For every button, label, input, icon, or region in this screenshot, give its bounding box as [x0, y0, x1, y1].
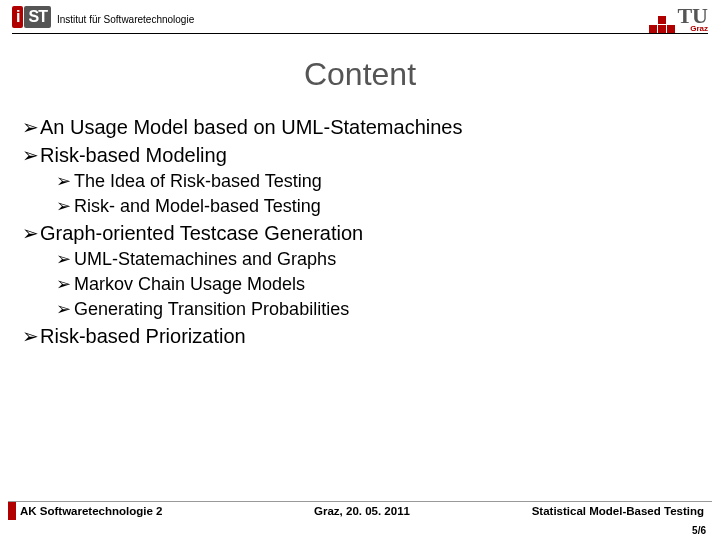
header-left: i ST Institut für Softwaretechnologie: [12, 6, 194, 28]
slide-content: ➢An Usage Model based on UML-Statemachin…: [0, 115, 720, 348]
ist-logo-i: i: [12, 6, 23, 28]
arrow-bullet-icon: ➢: [56, 298, 74, 320]
sub-bullet-item: ➢The Idea of Risk-based Testing: [56, 170, 698, 192]
bullet-text: The Idea of Risk-based Testing: [74, 171, 322, 191]
arrow-bullet-icon: ➢: [56, 195, 74, 217]
sub-bullet-item: ➢Risk- and Model-based Testing: [56, 195, 698, 217]
arrow-bullet-icon: ➢: [22, 115, 40, 139]
bullet-text: Generating Transition Probabilities: [74, 299, 349, 319]
header-rule: [12, 33, 708, 34]
ist-logo: i ST: [12, 6, 51, 28]
bullet-text: An Usage Model based on UML-Statemachine…: [40, 116, 462, 138]
bullet-text: Risk-based Modeling: [40, 144, 227, 166]
footer-accent: [8, 502, 16, 520]
sub-bullet-item: ➢UML-Statemachines and Graphs: [56, 248, 698, 270]
bullet-item: ➢Risk-based Priorization: [22, 324, 698, 348]
arrow-bullet-icon: ➢: [56, 273, 74, 295]
slide-footer: AK Softwaretechnologie 2 Graz, 20. 05. 2…: [0, 501, 720, 520]
tu-squares-icon: [648, 15, 675, 33]
slide-header: i ST Institut für Softwaretechnologie TU…: [0, 0, 720, 33]
arrow-bullet-icon: ➢: [22, 143, 40, 167]
footer-left: AK Softwaretechnologie 2: [18, 505, 248, 517]
bullet-text: UML-Statemachines and Graphs: [74, 249, 336, 269]
tu-graz-logo: TU Graz: [648, 6, 708, 33]
bullet-item: ➢Graph-oriented Testcase Generation ➢UML…: [22, 221, 698, 320]
arrow-bullet-icon: ➢: [56, 170, 74, 192]
arrow-bullet-icon: ➢: [22, 324, 40, 348]
footer-date: Graz, 20. 05. 2011: [248, 505, 476, 517]
bullet-item: ➢Risk-based Modeling ➢The Idea of Risk-b…: [22, 143, 698, 217]
slide-title: Content: [0, 56, 720, 93]
bullet-text: Risk-based Priorization: [40, 325, 246, 347]
bullet-text: Risk- and Model-based Testing: [74, 196, 321, 216]
bullet-text: Graph-oriented Testcase Generation: [40, 222, 363, 244]
sub-bullet-item: ➢Markov Chain Usage Models: [56, 273, 698, 295]
bullet-item: ➢An Usage Model based on UML-Statemachin…: [22, 115, 698, 139]
footer-right: Statistical Model-Based Testing: [476, 505, 712, 517]
sub-bullet-item: ➢Generating Transition Probabilities: [56, 298, 698, 320]
ist-logo-st: ST: [24, 6, 50, 28]
institute-name: Institut für Softwaretechnologie: [57, 14, 194, 28]
bullet-text: Markov Chain Usage Models: [74, 274, 305, 294]
tu-text: TU: [677, 6, 708, 26]
arrow-bullet-icon: ➢: [22, 221, 40, 245]
arrow-bullet-icon: ➢: [56, 248, 74, 270]
page-number: 5/6: [692, 525, 706, 536]
